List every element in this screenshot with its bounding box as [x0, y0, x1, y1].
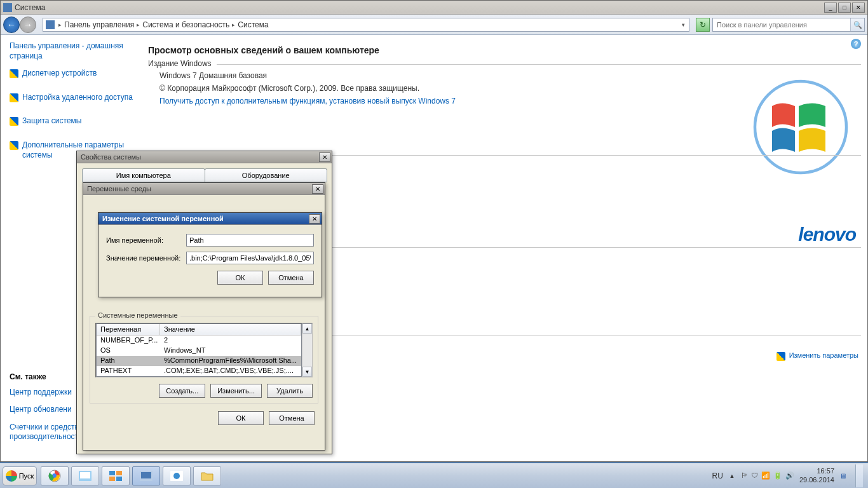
col-variable[interactable]: Переменная [97, 324, 160, 335]
computer-icon [46, 20, 55, 29]
ok-button[interactable]: ОК [218, 411, 264, 425]
var-name-input[interactable] [186, 234, 314, 247]
col-value[interactable]: Значение [160, 324, 301, 335]
svg-rect-7 [116, 471, 122, 475]
svg-point-13 [173, 473, 180, 479]
tray-icons: 🏳 🛡 📶 🔋 🔊 [741, 471, 794, 480]
close-icon[interactable]: ✕ [319, 152, 330, 162]
svg-rect-11 [141, 472, 151, 478]
start-orb-icon [6, 470, 17, 482]
taskbar-explorer[interactable] [193, 466, 221, 485]
shield-icon [10, 141, 18, 150]
sidebar-protection[interactable]: Защита системы [22, 116, 81, 126]
system-vars-table[interactable]: Переменная Значение NUMBER_OF_P... 2 OS … [96, 323, 302, 377]
close-icon[interactable]: ✕ [309, 214, 320, 224]
tray-monitor-icon[interactable]: 🖥 [839, 472, 846, 480]
battery-icon[interactable]: 🔋 [773, 471, 782, 480]
edition-legend: Издание Windows [148, 59, 217, 68]
sidebar-home[interactable]: Панель управления - домашняя страница [10, 41, 142, 61]
tray-icon[interactable]: 🛡 [751, 471, 758, 480]
table-row[interactable]: PATHEXT .COM;.EXE;.BAT;.CMD;.VBS;.VBE;.J… [97, 366, 301, 376]
system-vars-fieldset: Системные переменные Переменная Значение… [90, 316, 318, 403]
cancel-button[interactable]: Отмена [268, 271, 314, 285]
taskbar: Пуск RU ▲ 🏳 🛡 📶 🔋 🔊 16:57 29.06.2014 🖥 [0, 463, 868, 488]
svg-rect-9 [116, 477, 122, 481]
refresh-button[interactable]: ↻ [696, 18, 710, 32]
taskbar-item[interactable] [71, 466, 99, 485]
search-box: 🔍 [712, 18, 865, 32]
svg-rect-8 [109, 477, 115, 481]
crumb-security[interactable]: Система и безопасность [141, 20, 231, 29]
flag-icon[interactable]: 🏳 [741, 471, 748, 480]
delete-button[interactable]: Удалить [267, 384, 313, 398]
chevron-down-icon[interactable]: ▾ [682, 22, 685, 28]
dialog-title: Переменные среды [87, 185, 312, 193]
shield-icon [10, 69, 18, 78]
minimize-button[interactable]: _ [824, 3, 837, 13]
page-title: Просмотр основных сведений о вашем компь… [148, 45, 861, 55]
crumb-control-panel[interactable]: Панель управления [63, 20, 135, 29]
dialog-title: Изменение системной переменной [102, 215, 309, 222]
network-icon[interactable]: 📶 [761, 471, 770, 480]
close-icon[interactable]: ✕ [312, 184, 323, 194]
new-button[interactable]: Создать... [159, 384, 205, 398]
back-button[interactable]: ← [3, 17, 20, 33]
forward-button[interactable]: → [20, 17, 36, 33]
tray-expand-icon[interactable]: ▲ [728, 471, 736, 480]
time-text: 16:57 [799, 467, 834, 475]
volume-icon[interactable]: 🔊 [785, 471, 794, 480]
breadcrumb[interactable]: ▸ Панель управления ▸ Система и безопасн… [43, 18, 689, 32]
scrollbar[interactable]: ▲ ▼ [302, 323, 312, 377]
tab-computer-name[interactable]: Имя компьютера [82, 168, 205, 182]
shield-icon [10, 117, 18, 126]
start-button[interactable]: Пуск [3, 466, 37, 485]
chevron-right-icon[interactable]: ▸ [58, 22, 62, 28]
close-button[interactable]: ✕ [852, 3, 865, 13]
edit-variable-dialog: Изменение системной переменной ✕ Имя пер… [98, 212, 322, 297]
shield-icon [10, 93, 18, 102]
dialog-title: Свойства системы [81, 153, 319, 161]
chevron-right-icon[interactable]: ▸ [232, 22, 235, 28]
tabs: Имя компьютера Оборудование [82, 168, 327, 182]
table-row[interactable]: OS Windows_NT [97, 346, 301, 356]
edit-button[interactable]: Изменить... [210, 384, 262, 398]
scroll-up-icon[interactable]: ▲ [302, 323, 312, 334]
cancel-button[interactable]: Отмена [269, 411, 315, 425]
language-indicator[interactable]: RU [712, 471, 723, 480]
edition-name: Windows 7 Домашняя базовая [159, 71, 861, 80]
scroll-down-icon[interactable]: ▼ [302, 367, 312, 377]
taskbar-item[interactable] [102, 466, 130, 485]
sidebar-device-manager[interactable]: Диспетчер устройств [22, 69, 97, 79]
chevron-right-icon[interactable]: ▸ [137, 22, 140, 28]
svg-rect-5 [80, 472, 90, 478]
var-value-input[interactable] [186, 252, 314, 264]
nav-toolbar: ← → ▸ Панель управления ▸ Система и безо… [1, 15, 867, 35]
crumb-system[interactable]: Система [236, 20, 269, 29]
search-input[interactable] [713, 18, 850, 31]
help-icon[interactable]: ? [851, 39, 861, 49]
system-tray: RU ▲ 🏳 🛡 📶 🔋 🔊 16:57 29.06.2014 🖥 [712, 464, 868, 487]
ok-button[interactable]: ОК [217, 271, 263, 285]
svg-rect-6 [109, 471, 115, 475]
search-button[interactable]: 🔍 [850, 18, 864, 31]
sidebar-remote[interactable]: Настройка удаленного доступа [22, 93, 133, 103]
dialog-titlebar[interactable]: Свойства системы ✕ [77, 151, 332, 163]
table-row[interactable]: Path %CommonProgramFiles%\Microsoft Sha.… [97, 356, 301, 366]
show-desktop-button[interactable] [855, 464, 863, 487]
taskbar-chrome[interactable] [41, 466, 69, 485]
clock[interactable]: 16:57 29.06.2014 [799, 467, 834, 484]
tab-hardware[interactable]: Оборудование [205, 168, 328, 182]
window-titlebar[interactable]: Система _ □ ✕ [1, 1, 867, 15]
taskbar-system-properties[interactable] [132, 466, 160, 485]
maximize-button[interactable]: □ [838, 3, 851, 13]
lenovo-logo: lenovo [798, 224, 856, 245]
table-row[interactable]: NUMBER_OF_P... 2 [97, 336, 301, 346]
window-title: Система [15, 3, 824, 12]
dialog-titlebar[interactable]: Переменные среды ✕ [83, 183, 325, 195]
date-text: 29.06.2014 [799, 476, 834, 484]
var-name-label: Имя переменной: [106, 236, 181, 244]
dialog-titlebar[interactable]: Изменение системной переменной ✕ [98, 213, 322, 225]
start-label: Пуск [19, 472, 34, 480]
window-icon [3, 3, 12, 12]
taskbar-item[interactable] [163, 466, 191, 485]
